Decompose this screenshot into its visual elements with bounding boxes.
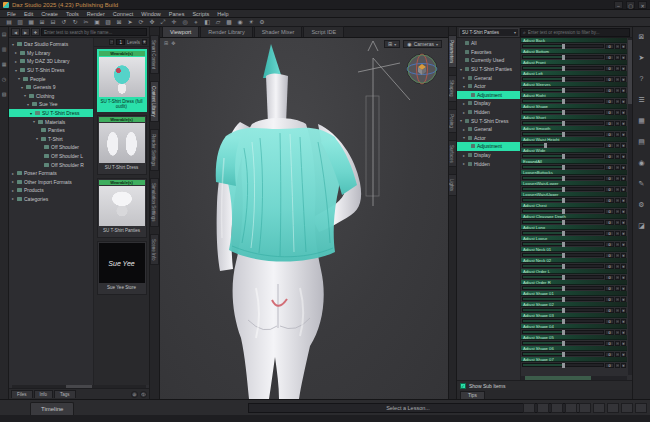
parameter-menu-button[interactable]: ▾ — [621, 132, 626, 137]
pane-tab[interactable]: Simulation Settings — [150, 178, 159, 227]
expand-arrow-icon[interactable]: ▸ — [462, 101, 466, 106]
slider-thumb[interactable] — [562, 231, 565, 236]
levels-decrement-button[interactable]: − — [109, 39, 114, 45]
parameter-group-item[interactable]: Favorites — [457, 48, 520, 57]
menu-item[interactable]: Render — [83, 10, 109, 18]
info-icon[interactable]: ⓘ — [140, 391, 147, 398]
library-icon[interactable]: ▧ — [2, 91, 7, 97]
shortcut-button[interactable] — [523, 403, 535, 413]
shortcut-button[interactable] — [607, 403, 619, 413]
parameter-slider[interactable] — [522, 231, 604, 235]
settings-icon[interactable]: ⚙ — [638, 201, 644, 209]
parameter-slider[interactable] — [522, 99, 604, 103]
parameter-menu-button[interactable]: ▾ — [621, 121, 626, 126]
parameter-decrement-button[interactable]: − — [615, 330, 620, 335]
tree-item[interactable]: ▸ Products — [9, 186, 93, 195]
parameter-menu-button[interactable]: ▾ — [621, 297, 626, 302]
new-file-icon[interactable]: ▤ — [2, 31, 7, 37]
expand-arrow-icon[interactable]: ▾ — [462, 84, 466, 89]
expand-arrow-icon[interactable]: ▸ — [11, 171, 15, 176]
content-thumbnail[interactable]: Wearable(s) SU T-Shirt Panties — [97, 178, 147, 238]
parameter-value[interactable]: 0 — [605, 286, 614, 291]
menu-item[interactable]: Tools — [62, 10, 83, 18]
parameter-menu-button[interactable]: ▾ — [621, 154, 626, 159]
parameter-group-item[interactable]: All — [457, 39, 520, 48]
parameter-menu-button[interactable]: ▾ — [621, 352, 626, 357]
parameter-value[interactable]: 0 — [605, 363, 614, 368]
parameter-value[interactable]: 0 — [605, 352, 614, 357]
expand-arrow-icon[interactable]: ▸ — [462, 75, 466, 80]
tree-item[interactable]: ▾ Sue Yee — [9, 100, 93, 109]
parameter-value[interactable]: 0 — [605, 297, 614, 302]
parameter-value[interactable]: 0 — [605, 253, 614, 258]
parameter-decrement-button[interactable]: − — [615, 286, 620, 291]
dock-icon[interactable]: ◪ — [638, 222, 645, 230]
slider-thumb[interactable] — [562, 121, 565, 126]
parameter-menu-button[interactable]: ▾ — [621, 110, 626, 115]
shortcut-button[interactable] — [579, 403, 591, 413]
slider-thumb[interactable] — [562, 275, 565, 280]
tree-item[interactable]: ▾ Genesis 9 — [9, 83, 93, 92]
node-selection-icon[interactable]: ➤ — [126, 18, 134, 27]
viewport-tab[interactable]: Shader Mixer — [254, 26, 303, 37]
levels-value[interactable]: 1 — [116, 39, 125, 45]
slider-thumb[interactable] — [562, 77, 565, 82]
parameter-value[interactable]: 0 — [605, 88, 614, 93]
parameter-value[interactable]: 0 — [605, 154, 614, 159]
slider-thumb[interactable] — [562, 308, 565, 313]
parameter-value[interactable]: 0 — [605, 220, 614, 225]
menu-item[interactable]: Create — [37, 10, 62, 18]
parameter-group-item[interactable]: Adjustment — [457, 91, 520, 100]
parameter-decrement-button[interactable]: − — [615, 264, 620, 269]
tree-item[interactable]: Panties — [9, 126, 93, 135]
parameter-decrement-button[interactable]: − — [615, 253, 620, 258]
tree-item[interactable]: ▾ SU T-Shirt Dress — [9, 109, 93, 118]
shortcut-button[interactable] — [537, 403, 549, 413]
render-icon[interactable]: ◉ — [638, 159, 644, 167]
parameter-decrement-button[interactable]: − — [615, 242, 620, 247]
parameter-slider[interactable] — [522, 55, 604, 59]
slider-thumb[interactable] — [562, 297, 565, 302]
parameter-decrement-button[interactable]: − — [615, 165, 620, 170]
slider-thumb[interactable] — [562, 341, 565, 346]
camera-selector[interactable]: ◉ Cameras ▾ — [403, 40, 442, 48]
parameter-slider[interactable] — [522, 88, 604, 92]
expand-arrow-icon[interactable]: ▸ — [11, 188, 15, 193]
layers-icon[interactable]: ▤ — [638, 138, 645, 146]
parameter-decrement-button[interactable]: − — [615, 275, 620, 280]
parameter-menu-button[interactable]: ▾ — [621, 77, 626, 82]
slider-thumb[interactable] — [562, 88, 565, 93]
expand-arrow-icon[interactable]: ▸ — [14, 50, 18, 55]
tree-item[interactable]: Off Shoulder R — [9, 160, 93, 169]
slider-thumb[interactable] — [562, 176, 565, 181]
parameter-group-item[interactable]: ▾ Actor — [457, 82, 520, 91]
tips-tab[interactable]: Tips — [460, 391, 485, 399]
parameter-slider[interactable] — [522, 253, 604, 257]
pane-tab[interactable]: Scene Info — [150, 234, 159, 266]
grid-icon[interactable]: ▦ — [638, 117, 645, 125]
delete-icon[interactable]: ⊠ — [115, 18, 123, 27]
parameter-decrement-button[interactable]: − — [615, 187, 620, 192]
parameter-menu-button[interactable]: ▾ — [621, 187, 626, 192]
parameter-decrement-button[interactable]: − — [615, 143, 620, 148]
slider-thumb[interactable] — [562, 154, 565, 159]
parameter-value[interactable]: 0 — [605, 341, 614, 346]
library-search-input[interactable] — [41, 28, 147, 36]
parameter-slider[interactable] — [522, 187, 604, 191]
parameter-slider[interactable] — [522, 220, 604, 224]
menu-item[interactable]: File — [3, 10, 20, 18]
expand-arrow-icon[interactable]: ▾ — [20, 85, 24, 90]
parameter-value[interactable]: 0 — [605, 242, 614, 247]
cms-status-icon[interactable]: ⊘ — [131, 391, 138, 398]
back-button[interactable]: ◀ — [11, 28, 20, 36]
content-thumbnail[interactable]: Wearable(s) SU T-Shirt Dress — [97, 115, 147, 175]
minimize-button[interactable]: – — [614, 1, 623, 9]
parameter-menu-button[interactable]: ▾ — [621, 286, 626, 291]
viewport-tab[interactable]: Render Library — [200, 26, 252, 37]
scene-list-icon[interactable]: ☰ — [638, 96, 644, 104]
tree-item[interactable]: ▸ Categories — [9, 195, 93, 204]
expand-arrow-icon[interactable]: ▾ — [29, 111, 33, 116]
slider-thumb[interactable] — [562, 352, 565, 357]
expand-arrow-icon[interactable]: ▾ — [35, 136, 39, 141]
parameter-value[interactable]: 0 — [605, 209, 614, 214]
